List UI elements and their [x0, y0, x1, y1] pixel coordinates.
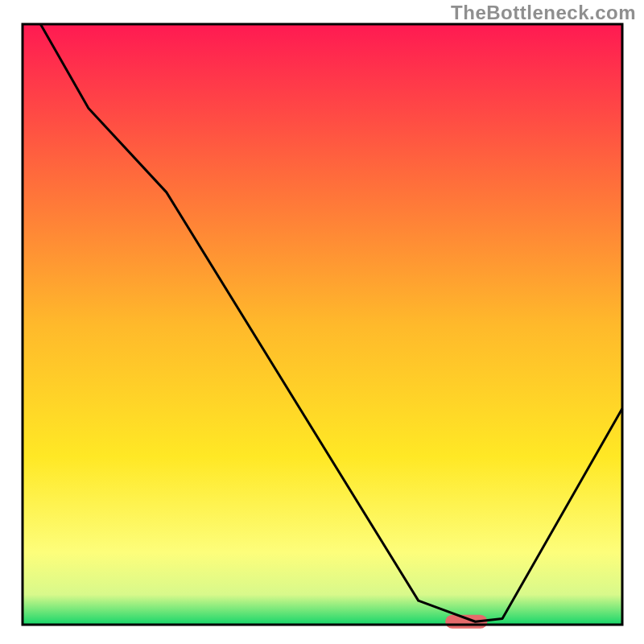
bottleneck-chart: [0, 0, 644, 644]
plot-background: [23, 24, 622, 625]
watermark-text: TheBottleneck.com: [451, 2, 636, 24]
